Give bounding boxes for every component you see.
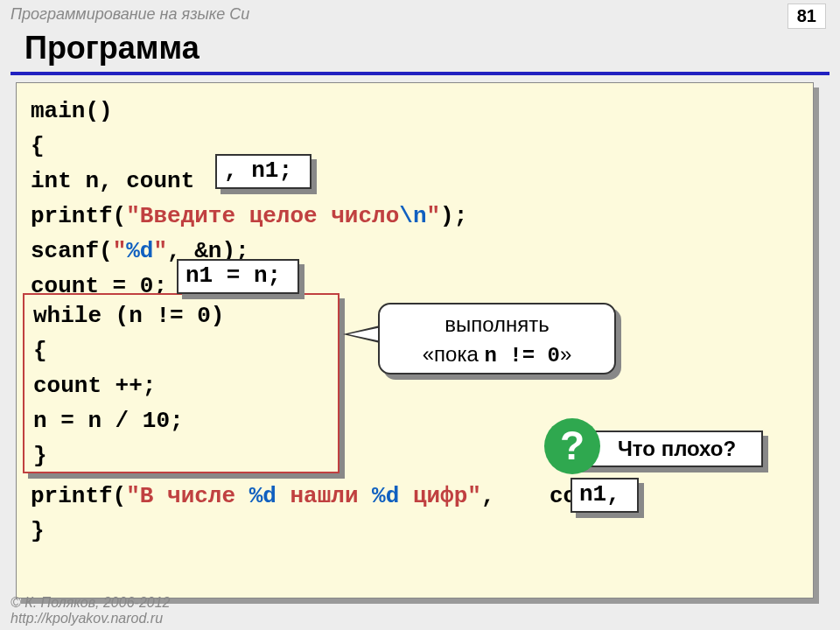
while-loop-box: while (n != 0) { count ++; n = n / 10; } [23,293,340,473]
code-line: int n, count [31,164,799,199]
code-line: count ++; [33,368,329,403]
callout-line: выполнять [380,310,614,340]
callout-line: «пока n != 0» [380,340,614,371]
code-line: n = n / 10; [33,403,329,438]
code-line: printf("Введите целое число\n"); [31,199,799,234]
footer-url: http://kpolyakov.narod.ru [10,611,170,626]
code-line: printf("В числе %d нашли %d цифр",nnn co… [31,479,799,514]
code-line: } [31,514,799,549]
page-title: Программа [24,30,200,66]
code-line: main() [31,94,799,129]
header-subtitle: Программирование на языке Си [10,5,249,24]
code-line: { [31,129,799,164]
code-line: } [33,438,329,473]
question-mark-icon: ? [544,418,600,474]
question-box: Что плохо? [574,430,763,467]
callout-box: выполнять «пока n != 0» [378,303,616,374]
footer-copyright: © К. Поляков, 2006-2012 [10,595,170,611]
callout-tail-inner [348,327,382,341]
code-line: scanf("%d", &n); [31,234,799,269]
code-line: { [33,333,329,368]
title-underline [10,72,830,75]
overlay-n1-arg: n1, [570,478,639,513]
page-number: 81 [788,4,826,29]
footer: © К. Поляков, 2006-2012 http://kpolyakov… [10,595,170,626]
overlay-n1-assign: n1 = n; [177,259,299,294]
slide: Программирование на языке Си 81 Программ… [0,0,840,630]
code-line: while (n != 0) [33,298,329,333]
overlay-n1-decl: , n1; [215,154,312,189]
